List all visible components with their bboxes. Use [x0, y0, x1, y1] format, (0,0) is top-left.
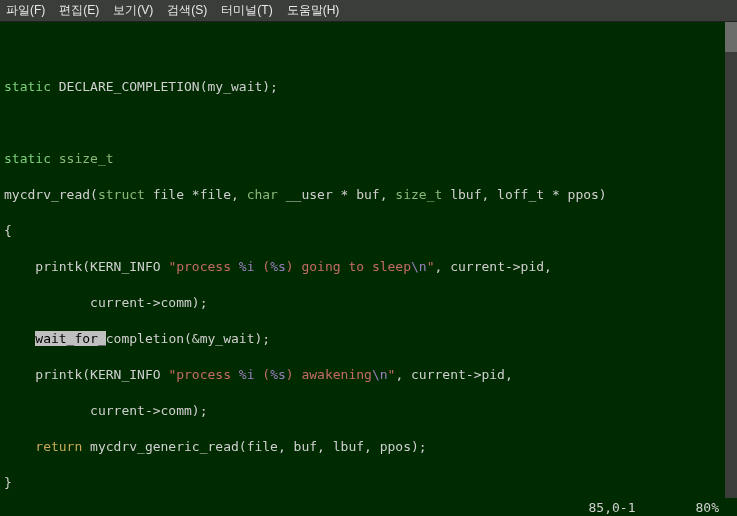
menubar: 파일(F) 편집(E) 보기(V) 검색(S) 터미널(T) 도움말(H) — [0, 0, 737, 22]
search-highlight: wait_for_ — [35, 331, 105, 346]
format-spec: %i — [239, 367, 255, 382]
code-text: file *file, — [145, 187, 247, 202]
code-text: current->comm); — [4, 295, 208, 310]
code-text — [4, 331, 35, 346]
keyword-static: static — [4, 151, 51, 166]
escape-char: \n — [411, 259, 427, 274]
code-text: mycdrv_read( — [4, 187, 98, 202]
editor-scrollbar[interactable] — [725, 22, 737, 498]
code-text: , current->pid, — [395, 367, 512, 382]
type-size_t: size_t — [395, 187, 442, 202]
string: " — [427, 259, 435, 274]
keyword-struct: struct — [98, 187, 145, 202]
string: ) awakening — [286, 367, 372, 382]
code-text: current->comm); — [4, 403, 208, 418]
code-text: completion(&my_wait); — [106, 331, 270, 346]
format-spec: %s — [270, 259, 286, 274]
scroll-percentage: 80% — [696, 500, 719, 515]
code-text: printk(KERN_INFO — [4, 259, 168, 274]
editor-pane[interactable]: static DECLARE_COMPLETION(my_wait); stat… — [0, 22, 737, 498]
code-text: __user * buf, — [278, 187, 395, 202]
statusbar: 85,0-1 80% — [0, 498, 737, 516]
keyword-return: return — [35, 439, 82, 454]
string: ( — [254, 259, 270, 274]
menu-terminal[interactable]: 터미널(T) — [221, 2, 272, 19]
menu-edit[interactable]: 편집(E) — [59, 2, 99, 19]
format-spec: %i — [239, 259, 255, 274]
type-ssize_t: ssize_t — [51, 151, 114, 166]
code-text: printk(KERN_INFO — [4, 367, 168, 382]
string: "process — [168, 259, 238, 274]
brace-close: } — [4, 475, 12, 490]
string: "process — [168, 367, 238, 382]
code-text: DECLARE_COMPLETION(my_wait); — [51, 79, 278, 94]
string: ( — [254, 367, 270, 382]
code-text: mycdrv_generic_read(file, buf, lbuf, ppo… — [82, 439, 426, 454]
format-spec: %s — [270, 367, 286, 382]
code-text: , current->pid, — [435, 259, 552, 274]
keyword-static: static — [4, 79, 51, 94]
string: ) going to sleep — [286, 259, 411, 274]
menu-search[interactable]: 검색(S) — [167, 2, 207, 19]
menu-help[interactable]: 도움말(H) — [287, 2, 340, 19]
cursor-position: 85,0-1 — [589, 500, 636, 515]
code-text: lbuf, loff_t * ppos) — [442, 187, 606, 202]
escape-char: \n — [372, 367, 388, 382]
menu-view[interactable]: 보기(V) — [113, 2, 153, 19]
scrollbar-thumb[interactable] — [725, 22, 737, 52]
menu-file[interactable]: 파일(F) — [6, 2, 45, 19]
type-char: char — [247, 187, 278, 202]
brace-open: { — [4, 223, 12, 238]
code-text — [4, 439, 35, 454]
